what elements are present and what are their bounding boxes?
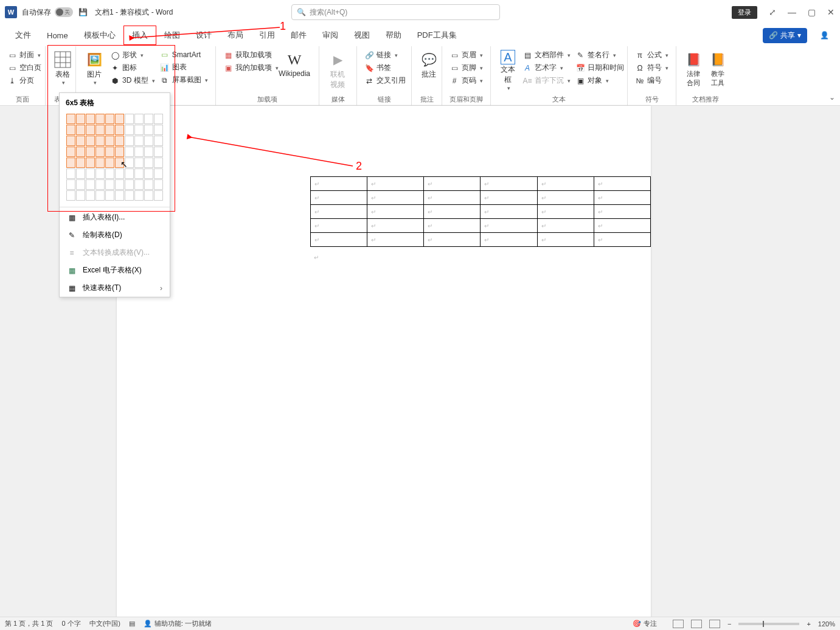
- table-grid-cell[interactable]: [86, 168, 95, 179]
- table-grid-cell[interactable]: [115, 190, 124, 201]
- 3d-models-button[interactable]: ⬢3D 模型▾: [110, 75, 155, 86]
- table-grid-cell[interactable]: [105, 168, 114, 179]
- tab-file[interactable]: 文件: [7, 26, 39, 44]
- table-grid-cell[interactable]: [154, 147, 163, 157]
- table-cell[interactable]: [481, 191, 537, 205]
- excel-table-menuitem[interactable]: ▦Excel 电子表格(X): [60, 261, 170, 279]
- view-read-icon[interactable]: [673, 620, 684, 628]
- table-grid-cell[interactable]: [144, 136, 153, 146]
- quick-table-menuitem[interactable]: ▦快速表格(T)›: [60, 279, 170, 297]
- save-icon[interactable]: 💾: [78, 7, 88, 17]
- table-grid-cell[interactable]: [125, 179, 134, 190]
- tab-design[interactable]: 设计: [188, 26, 220, 44]
- table-cell[interactable]: [311, 205, 367, 219]
- autosave-toggle[interactable]: 关: [55, 7, 73, 17]
- table-grid-cell[interactable]: [154, 190, 163, 201]
- table-cell[interactable]: [367, 177, 424, 191]
- table-grid-cell[interactable]: [105, 125, 114, 135]
- view-print-icon[interactable]: [691, 620, 702, 628]
- table-grid-cell[interactable]: [115, 179, 124, 190]
- table-grid-cell[interactable]: [134, 168, 144, 179]
- table-cell[interactable]: [537, 233, 594, 247]
- number-button[interactable]: №编号: [635, 75, 668, 86]
- table-grid-cell[interactable]: [66, 168, 75, 179]
- tab-home[interactable]: Home: [39, 27, 76, 44]
- table-grid-cell[interactable]: [66, 125, 75, 135]
- table-cell[interactable]: [481, 205, 537, 219]
- status-display-icon[interactable]: ▤: [129, 620, 135, 628]
- object-button[interactable]: ▣对象▾: [575, 75, 624, 86]
- table-size-grid[interactable]: [60, 113, 170, 206]
- table-cell[interactable]: [311, 177, 367, 191]
- online-video-button[interactable]: ▶联机视频: [324, 49, 351, 91]
- table-grid-cell[interactable]: [154, 179, 163, 190]
- tab-template[interactable]: 模板中心: [76, 26, 123, 44]
- table-grid-cell[interactable]: [134, 125, 144, 135]
- table-cell[interactable]: [311, 191, 367, 205]
- table-grid-cell[interactable]: [134, 136, 144, 146]
- zoom-slider[interactable]: [738, 623, 799, 625]
- table-grid-cell[interactable]: [66, 147, 75, 157]
- table-grid-cell[interactable]: [95, 114, 105, 124]
- table-cell[interactable]: [537, 177, 594, 191]
- draw-table-menuitem[interactable]: ✎绘制表格(D): [60, 226, 170, 244]
- table-grid-cell[interactable]: [76, 168, 85, 179]
- table-grid-cell[interactable]: [115, 125, 124, 135]
- table-grid-cell[interactable]: [86, 158, 95, 168]
- table-grid-cell[interactable]: [76, 147, 85, 157]
- table-button[interactable]: 表格▾: [50, 49, 75, 87]
- table-cell[interactable]: [594, 177, 650, 191]
- tab-references[interactable]: 引用: [251, 26, 283, 44]
- law-contract-button[interactable]: 📕法律合同: [681, 49, 706, 89]
- table-grid-cell[interactable]: [134, 114, 144, 124]
- minimize-icon[interactable]: —: [788, 8, 796, 16]
- table-grid-cell[interactable]: [86, 114, 95, 124]
- table-grid-cell[interactable]: [144, 179, 153, 190]
- table-grid-cell[interactable]: [95, 147, 105, 157]
- table-grid-cell[interactable]: [144, 168, 153, 179]
- table-grid-cell[interactable]: [105, 179, 114, 190]
- status-a11y[interactable]: 👤 辅助功能: 一切就绪: [144, 619, 212, 628]
- table-grid-cell[interactable]: [154, 168, 163, 179]
- table-cell[interactable]: [537, 219, 594, 233]
- table-grid-cell[interactable]: [105, 114, 114, 124]
- footer-button[interactable]: ▭页脚▾: [450, 63, 483, 73]
- table-grid-cell[interactable]: [134, 179, 144, 190]
- login-button[interactable]: 登录: [732, 6, 757, 19]
- table-cell[interactable]: [481, 233, 537, 247]
- table-grid-cell[interactable]: [125, 125, 134, 135]
- table-cell[interactable]: [594, 191, 650, 205]
- table-grid-cell[interactable]: [105, 190, 114, 201]
- table-grid-cell[interactable]: [76, 114, 85, 124]
- icons-button[interactable]: ✦图标: [110, 63, 155, 73]
- table-grid-cell[interactable]: [115, 147, 124, 157]
- table-grid-cell[interactable]: [115, 168, 124, 179]
- status-page[interactable]: 第 1 页，共 1 页: [5, 619, 53, 628]
- ribbon-collapse-icon[interactable]: ⌄: [829, 93, 835, 102]
- doc-parts-button[interactable]: ▤文档部件▾: [522, 50, 571, 60]
- crossref-button[interactable]: ⇄交叉引用: [364, 75, 406, 86]
- table-cell[interactable]: [311, 233, 367, 247]
- table-cell[interactable]: [537, 205, 594, 219]
- table-grid-cell[interactable]: [105, 158, 114, 168]
- inserted-table[interactable]: [310, 176, 651, 247]
- table-grid-cell[interactable]: [134, 158, 144, 168]
- table-grid-cell[interactable]: [144, 190, 153, 201]
- table-grid-cell[interactable]: [134, 147, 144, 157]
- blank-page-button[interactable]: ▭空白页: [7, 63, 41, 73]
- insert-table-menuitem[interactable]: ▦插入表格(I)...: [60, 209, 170, 226]
- table-grid-cell[interactable]: [134, 190, 144, 201]
- tab-view[interactable]: 视图: [346, 26, 378, 44]
- table-grid-cell[interactable]: [144, 114, 153, 124]
- bookmark-button[interactable]: 🔖书签: [364, 63, 406, 73]
- table-grid-cell[interactable]: [125, 147, 134, 157]
- shapes-button[interactable]: ◯形状▾: [110, 50, 155, 60]
- table-grid-cell[interactable]: [86, 147, 95, 157]
- table-grid-cell[interactable]: [115, 158, 124, 168]
- table-cell[interactable]: [481, 177, 537, 191]
- table-grid-cell[interactable]: [105, 147, 114, 157]
- table-cell[interactable]: [367, 205, 424, 219]
- table-cell[interactable]: [481, 219, 537, 233]
- pictures-button[interactable]: 🖼️图片▾: [81, 49, 108, 87]
- datetime-button[interactable]: 📅日期和时间: [575, 63, 624, 73]
